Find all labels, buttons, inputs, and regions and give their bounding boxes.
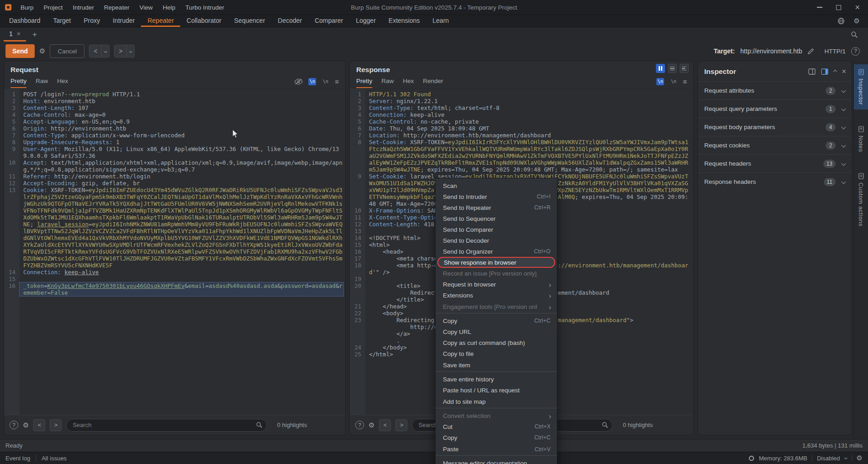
context-menu-item[interactable]: Copy Ctrl+C [436, 432, 557, 443]
response-view-tab[interactable]: Raw [381, 75, 394, 88]
browser-globe-icon[interactable] [837, 17, 845, 25]
context-menu-item[interactable]: Cut Ctrl+X [436, 421, 557, 432]
context-menu-item[interactable]: Send to Organizer Ctrl+O [436, 246, 557, 257]
edit-target-pencil-icon[interactable] [807, 48, 814, 55]
context-menu-item[interactable]: Extensions [436, 290, 557, 301]
main-tab[interactable]: Repeater [141, 15, 180, 27]
request-editor[interactable]: 1POST /login?--env=preprod HTTP/1.12Host… [4, 89, 345, 415]
minimize-button[interactable] [817, 7, 822, 8]
request-search-help-icon[interactable]: ? [10, 421, 18, 429]
cancel-button[interactable]: Cancel [50, 44, 84, 58]
history-back-dropdown[interactable] [102, 45, 109, 57]
history-forward-dropdown[interactable] [127, 45, 135, 57]
send-button[interactable]: Send [5, 44, 35, 58]
code-line[interactable]: 2Server: nginx/1.22.1 [350, 98, 691, 104]
event-log-button[interactable]: Event log [5, 455, 30, 462]
settings-gear-icon[interactable]: ⚙ [857, 454, 863, 462]
main-tab[interactable]: Logger [349, 15, 382, 27]
request-search-settings-icon[interactable]: ⚙ [23, 421, 29, 429]
main-tab[interactable]: Intruder [106, 15, 141, 27]
menubar-item[interactable]: View [135, 0, 158, 15]
settings-gear-icon[interactable]: ⚙ [854, 17, 860, 25]
code-line[interactable]: 10Accept: text/html,application/xhtml+xm… [4, 159, 343, 173]
code-line[interactable]: 1POST /login?--env=preprod HTTP/1.1 [4, 91, 343, 98]
request-search-next-button[interactable]: > [50, 419, 62, 431]
code-line[interactable]: 12Accept-Encoding: gzip, deflate, br [4, 180, 343, 187]
menubar-item[interactable]: Turbo Intruder [180, 0, 229, 15]
context-menu-item[interactable]: Request in browser [436, 279, 557, 290]
code-line[interactable]: 11Referer: http://environment.htb/login [4, 173, 343, 180]
menubar-item[interactable]: Repeater [99, 0, 135, 15]
response-view-tab[interactable]: Pretty [356, 75, 372, 88]
inspector-section[interactable]: Request body parameters 4 [698, 118, 852, 136]
scan-mode-label[interactable]: Disabled [817, 455, 840, 462]
code-line[interactable]: 16_token=KnGy3pLwfmcT4e9750301bLyou46GOs… [4, 282, 343, 296]
context-menu-item[interactable]: Copy as curl command (bash) [436, 337, 557, 348]
editor-menu-icon[interactable]: ≡ [683, 78, 687, 85]
show-newlines-icon[interactable]: \n [322, 78, 329, 85]
menubar-item[interactable]: Burp [16, 0, 39, 15]
inspector-section[interactable]: Response headers 11 [698, 172, 852, 191]
close-inspector-icon[interactable]: × [842, 68, 846, 75]
history-back-button[interactable]: < [89, 45, 102, 57]
request-view-tab[interactable]: Raw [36, 75, 48, 88]
context-menu-item[interactable]: Show response in browser [437, 257, 555, 268]
main-tab[interactable]: Dashboard [3, 15, 47, 27]
response-view-tab[interactable]: Render [423, 75, 443, 88]
response-view-tab[interactable]: Hex [403, 75, 414, 88]
main-tab[interactable]: Extensions [382, 15, 426, 27]
code-line[interactable]: 14Connection: keep-alive [4, 269, 343, 276]
response-search-settings-icon[interactable]: ⚙ [369, 421, 374, 429]
close-button[interactable]: × [855, 3, 860, 11]
code-line[interactable]: 6Origin: http://environment.htb [4, 125, 343, 132]
inspector-section[interactable]: Request headers 13 [698, 154, 852, 172]
wrap-lines-icon[interactable]: \n [308, 78, 316, 85]
context-menu-item[interactable]: Send to Comparer [436, 224, 557, 235]
code-line[interactable]: 2Host: environment.htb [4, 98, 343, 104]
context-menu-item[interactable]: Send to Sequencer [436, 213, 557, 224]
menubar-item[interactable]: Project [39, 0, 68, 15]
strip-tab-notes[interactable]: Notes [854, 121, 868, 156]
response-search-prev-button[interactable]: < [379, 419, 391, 431]
add-tab-button[interactable]: + [26, 27, 43, 42]
inspector-section[interactable]: Request cookies 2 [698, 136, 852, 154]
context-menu-item[interactable]: Add to site map [436, 396, 557, 408]
response-search-next-button[interactable]: > [395, 419, 407, 431]
code-line[interactable]: 4Cache-Control: max-age=0 [4, 111, 343, 118]
http-version-label[interactable]: HTTP/1 [824, 48, 846, 55]
help-icon[interactable]: ? [851, 47, 860, 56]
context-menu-item[interactable]: Save entire history [436, 374, 557, 385]
context-menu-item[interactable]: Paste Ctrl+V [436, 443, 557, 456]
context-menu-item[interactable]: Send to Intruder Ctrl+I [436, 191, 557, 202]
context-menu-item[interactable]: Record an issue [Pro version only] [436, 268, 557, 279]
context-menu-item[interactable]: Copy to file [436, 348, 557, 359]
strip-tab-custom-actions[interactable]: Custom actions [854, 168, 868, 231]
response-search-help-icon[interactable]: ? [355, 421, 364, 429]
close-tab-icon[interactable]: × [17, 30, 21, 37]
code-line[interactable]: 4Connection: keep-alive [350, 111, 691, 118]
code-line[interactable]: 8Upgrade-Insecure-Requests: 1 [4, 139, 343, 146]
code-line[interactable]: 7Content-Type: application/x-www-form-ur… [4, 132, 343, 139]
history-forward-button[interactable]: > [114, 45, 127, 57]
inspector-layout-icon[interactable] [808, 68, 816, 75]
repeater-tab-1[interactable]: 1 × [4, 27, 26, 42]
inspector-section[interactable]: Request query parameters 1 [698, 99, 852, 118]
menubar-item[interactable]: Intruder [68, 0, 99, 15]
context-menu-item[interactable]: Save item [436, 359, 557, 372]
chevron-down-icon[interactable] [844, 456, 847, 459]
context-menu-item[interactable]: Scan [436, 180, 557, 191]
menubar-item[interactable]: Help [158, 0, 181, 15]
send-settings-gear-icon[interactable]: ⚙ [39, 47, 45, 55]
request-search-input[interactable] [66, 419, 267, 432]
main-tab[interactable]: Comparer [308, 15, 349, 27]
layout-rows-icon[interactable] [668, 64, 677, 73]
context-menu-item[interactable]: Engagement tools [Pro version only] [436, 301, 557, 313]
main-tab[interactable]: Decoder [271, 15, 308, 27]
context-menu-item[interactable]: Message editor documentation [436, 458, 557, 464]
search-icon[interactable] [851, 31, 858, 38]
strip-tab-inspector[interactable]: Inspector [854, 64, 868, 109]
collapse-all-icon[interactable] [834, 70, 837, 73]
code-line[interactable]: 9User-Agent: Mozilla/5.0 (X11; Linux x86… [4, 146, 343, 159]
maximize-button[interactable] [836, 5, 841, 10]
request-view-tab[interactable]: Pretty [10, 75, 26, 88]
